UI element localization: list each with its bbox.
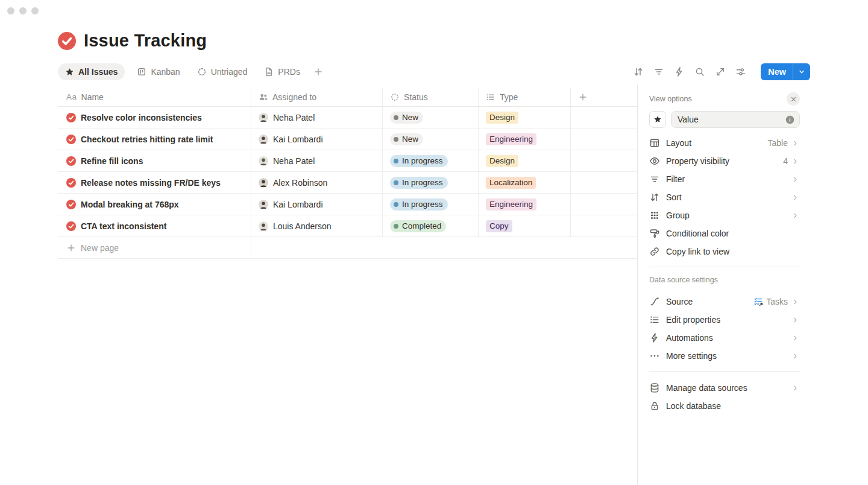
info-icon[interactable] bbox=[785, 115, 794, 124]
sidebar-item-source[interactable]: Source Tasks bbox=[649, 293, 800, 311]
task-title: Resolve color inconsistencies bbox=[81, 113, 202, 122]
status-cell[interactable]: Completed bbox=[383, 215, 479, 236]
sidebar-item-sort[interactable]: Sort bbox=[649, 188, 800, 206]
panel-title: View options bbox=[649, 95, 692, 103]
close-panel-button[interactable] bbox=[787, 92, 800, 106]
notion-window: Issue Tracking All Issues Kanban Untriag… bbox=[0, 0, 868, 485]
assignee-cell[interactable]: Kai Lombardi bbox=[251, 194, 383, 215]
column-header-status[interactable]: Status bbox=[383, 87, 479, 106]
settings-button[interactable] bbox=[733, 64, 749, 80]
window-control-dot[interactable] bbox=[19, 7, 27, 14]
type-cell[interactable]: Copy bbox=[479, 215, 571, 236]
sidebar-item-edit-properties[interactable]: Edit properties bbox=[649, 311, 800, 329]
avatar bbox=[259, 200, 268, 209]
status-cell[interactable]: In progress bbox=[383, 150, 479, 171]
sidebar-item-more-settings[interactable]: More settings bbox=[649, 347, 800, 365]
column-header-name[interactable]: Aa Name bbox=[58, 87, 251, 106]
sidebar-item-manage-data-sources[interactable]: Manage data sources bbox=[649, 379, 800, 397]
automation-button[interactable] bbox=[671, 64, 687, 80]
assignee-cell[interactable]: Neha Patel bbox=[251, 150, 383, 171]
status-cell[interactable]: In progress bbox=[383, 194, 479, 215]
new-page-row[interactable]: New page bbox=[58, 237, 637, 259]
sort-button[interactable] bbox=[631, 64, 646, 80]
view-name-input[interactable]: Value bbox=[671, 111, 800, 128]
status-pill: New bbox=[390, 133, 423, 145]
chevron-right-icon bbox=[791, 211, 800, 220]
sidebar-item-conditional-color[interactable]: Conditional color bbox=[649, 224, 800, 242]
sidebar-item-label: Filter bbox=[666, 174, 685, 184]
sidebar-item-value: 4 bbox=[783, 156, 788, 166]
assignee-cell[interactable]: Alex Robinson bbox=[251, 172, 383, 193]
table-row[interactable]: CTA text inconsistent Louis Anderson Com… bbox=[58, 215, 637, 237]
name-cell[interactable]: Resolve color inconsistencies bbox=[58, 107, 251, 128]
name-cell[interactable]: CTA text inconsistent bbox=[58, 215, 251, 236]
status-label: New bbox=[402, 113, 418, 122]
task-check-icon bbox=[66, 221, 76, 231]
status-cell[interactable]: In progress bbox=[383, 172, 479, 193]
table-row[interactable]: Checkout retries hitting rate limit Kai … bbox=[58, 128, 637, 150]
favorite-view-button[interactable] bbox=[649, 111, 666, 128]
type-cell[interactable]: Design bbox=[479, 107, 571, 128]
assignee-name: Kai Lombardi bbox=[273, 200, 323, 209]
sidebar-item-label: Copy link to view bbox=[666, 247, 729, 256]
task-check-icon bbox=[66, 156, 76, 166]
add-view-button[interactable] bbox=[312, 63, 324, 80]
paint-roller-icon bbox=[649, 228, 660, 239]
tab-kanban[interactable]: Kanban bbox=[132, 63, 184, 80]
name-cell[interactable]: Refine fill icons bbox=[58, 150, 251, 171]
add-column-button[interactable] bbox=[571, 87, 637, 106]
type-cell[interactable]: Engineering bbox=[479, 194, 571, 215]
filter-button[interactable] bbox=[651, 64, 667, 80]
assignee-cell[interactable]: Louis Anderson bbox=[251, 215, 383, 236]
column-header-assigned-to[interactable]: Assigned to bbox=[251, 87, 383, 106]
sidebar-item-label: Lock database bbox=[666, 401, 721, 411]
status-pill: In progress bbox=[390, 198, 448, 211]
tab-all-issues[interactable]: All Issues bbox=[58, 63, 125, 80]
window-control-dot[interactable] bbox=[31, 7, 39, 14]
view-name-value[interactable]: Value bbox=[678, 115, 785, 124]
new-dropdown-chevron[interactable] bbox=[793, 63, 810, 80]
type-cell[interactable]: Design bbox=[479, 150, 571, 171]
sidebar-item-lock-database[interactable]: Lock database bbox=[649, 397, 800, 415]
status-cell[interactable]: New bbox=[383, 128, 479, 150]
status-cell[interactable]: New bbox=[383, 107, 479, 128]
type-cell[interactable]: Localization bbox=[479, 172, 571, 193]
chevron-right-icon bbox=[791, 175, 800, 183]
window-controls[interactable] bbox=[7, 7, 39, 14]
table-row[interactable]: Refine fill icons Neha Patel In progress… bbox=[58, 150, 637, 172]
sidebar-item-automations[interactable]: Automations bbox=[649, 329, 800, 347]
type-cell[interactable]: Engineering bbox=[479, 128, 571, 150]
column-header-label: Status bbox=[404, 92, 428, 102]
new-button[interactable]: New bbox=[761, 63, 810, 80]
sidebar-item-label: Edit properties bbox=[666, 315, 720, 325]
name-cell[interactable]: Checkout retries hitting rate limit bbox=[58, 128, 251, 150]
assignee-cell[interactable]: Kai Lombardi bbox=[251, 128, 383, 150]
new-button-label[interactable]: New bbox=[761, 63, 793, 80]
sidebar-item-label: Property visibility bbox=[666, 156, 729, 166]
avatar bbox=[259, 178, 268, 188]
sidebar-item-property-visibility[interactable]: Property visibility 4 bbox=[649, 152, 800, 170]
table-row[interactable]: Release notes missing FR/DE keys Alex Ro… bbox=[58, 172, 637, 194]
table-row[interactable]: Resolve color inconsistencies Neha Patel… bbox=[58, 107, 637, 128]
search-button[interactable] bbox=[692, 64, 708, 80]
tab-prds[interactable]: PRDs bbox=[259, 63, 305, 80]
sidebar-item-layout[interactable]: Layout Table bbox=[649, 134, 800, 152]
expand-button[interactable] bbox=[712, 64, 728, 80]
page-header: Issue Tracking All Issues Kanban Untriag… bbox=[0, 0, 868, 84]
column-header-type[interactable]: Type bbox=[479, 87, 571, 106]
sidebar-item-filter[interactable]: Filter bbox=[649, 170, 800, 188]
sidebar-item-copy-link[interactable]: Copy link to view bbox=[649, 242, 800, 261]
table-row[interactable]: Modal breaking at 768px Kai Lombardi In … bbox=[58, 194, 637, 215]
dashed-circle-icon bbox=[197, 67, 207, 77]
name-cell[interactable]: Modal breaking at 768px bbox=[58, 194, 251, 215]
name-cell[interactable]: Release notes missing FR/DE keys bbox=[58, 172, 251, 193]
type-tag: Localization bbox=[486, 177, 536, 189]
page-check-icon[interactable] bbox=[58, 32, 76, 50]
ellipsis-icon bbox=[649, 350, 660, 361]
divider bbox=[649, 267, 800, 267]
sidebar-item-group[interactable]: Group bbox=[649, 206, 800, 224]
window-control-dot[interactable] bbox=[7, 7, 14, 14]
page-title[interactable]: Issue Tracking bbox=[84, 31, 207, 51]
tab-untriaged[interactable]: Untriaged bbox=[192, 63, 253, 80]
assignee-cell[interactable]: Neha Patel bbox=[251, 107, 383, 128]
